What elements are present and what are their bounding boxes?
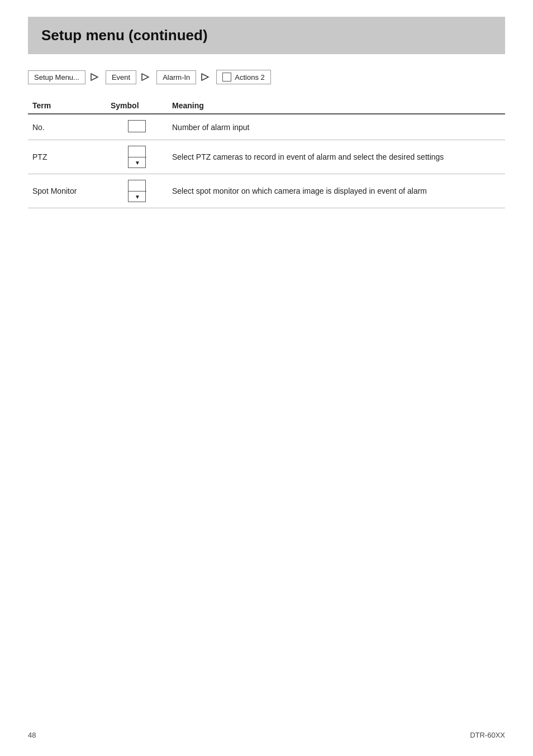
svg-line-4 <box>142 74 149 77</box>
breadcrumb-alarm-in[interactable]: Alarm-In <box>156 70 196 84</box>
svg-line-5 <box>142 77 149 80</box>
table-row: No. Number of alarm input <box>28 114 505 140</box>
symbol-ptz: ▼ <box>106 140 168 174</box>
page-title: Setup menu (continued) <box>41 27 208 44</box>
page-number: 48 <box>28 731 36 739</box>
svg-line-7 <box>202 74 208 77</box>
table-row: PTZ ▼ Select PTZ cameras to record in ev… <box>28 140 505 174</box>
breadcrumb-event[interactable]: Event <box>106 70 136 84</box>
symbol-box-icon <box>128 120 146 132</box>
symbol-stack-spot: ▼ <box>111 180 163 202</box>
terms-table: Term Symbol Meaning No. Number of alarm … <box>28 98 505 208</box>
term-spot-monitor: Spot Monitor <box>28 174 106 208</box>
dropdown-symbol-ptz: ▼ <box>128 146 146 168</box>
page-container: Setup menu (continued) Setup Menu... Eve… <box>0 0 533 756</box>
col-header-term: Term <box>28 98 106 114</box>
col-header-symbol: Symbol <box>106 98 168 114</box>
breadcrumb-actions2[interactable]: Actions 2 <box>216 70 270 84</box>
svg-line-8 <box>202 77 208 80</box>
col-header-meaning: Meaning <box>168 98 505 114</box>
svg-line-1 <box>91 74 98 77</box>
checkbox-icon <box>222 73 231 82</box>
symbol-no <box>106 114 168 140</box>
arrow-icon-2 <box>140 71 153 83</box>
dropdown-arrow-icon-spot: ▼ <box>129 192 146 202</box>
arrow-icon-3 <box>199 71 213 83</box>
dropdown-arrow-icon: ▼ <box>129 157 146 168</box>
term-no: No. <box>28 114 106 140</box>
svg-line-2 <box>91 77 98 80</box>
product-code: DTR-60XX <box>470 731 505 739</box>
symbol-stack-ptz: ▼ <box>111 146 163 168</box>
meaning-spot-monitor: Select spot monitor on which camera imag… <box>168 174 505 208</box>
page-header: Setup menu (continued) <box>28 17 505 54</box>
meaning-ptz: Select PTZ cameras to record in event of… <box>168 140 505 174</box>
breadcrumb: Setup Menu... Event Alarm-In <box>28 70 505 84</box>
table-header-row: Term Symbol Meaning <box>28 98 505 114</box>
arrow-icon-1 <box>89 71 102 83</box>
table-row: Spot Monitor ▼ Select spot monitor on wh… <box>28 174 505 208</box>
breadcrumb-setup-menu[interactable]: Setup Menu... <box>28 70 85 84</box>
symbol-spot-monitor: ▼ <box>106 174 168 208</box>
dropdown-top <box>129 146 146 157</box>
meaning-no: Number of alarm input <box>168 114 505 140</box>
dropdown-top-spot <box>129 180 146 192</box>
term-ptz: PTZ <box>28 140 106 174</box>
dropdown-symbol-spot: ▼ <box>128 180 146 202</box>
page-footer: 48 DTR-60XX <box>28 731 505 739</box>
